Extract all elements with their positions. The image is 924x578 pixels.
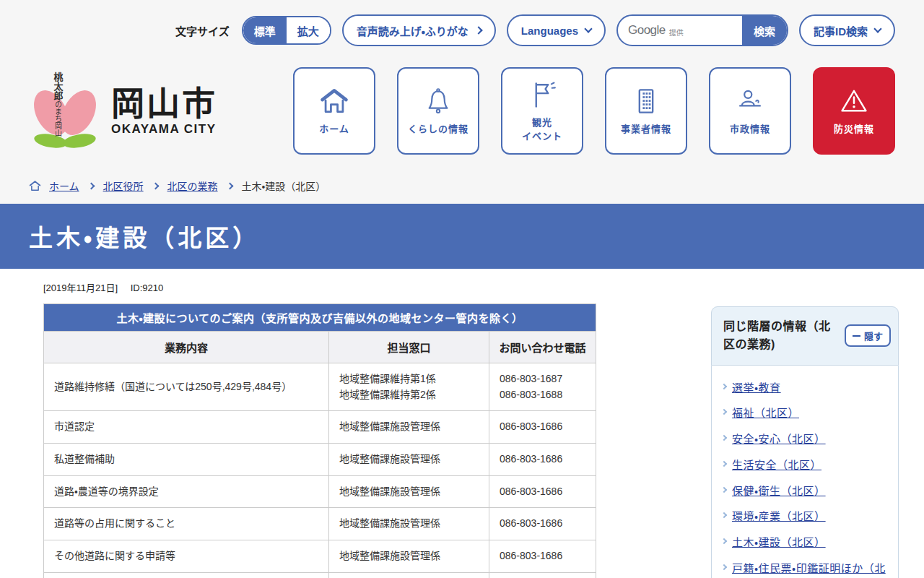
logo-tagline: 桃太郎のまち岡山 xyxy=(51,72,64,144)
chevron-down-icon xyxy=(873,25,881,33)
chevron-right-icon xyxy=(87,182,95,189)
list-item: 選挙・教育 xyxy=(722,380,889,396)
main-column: [2019年11月21日] ID:9210 土木・建設についてのご案内（支所管内… xyxy=(43,269,596,578)
chevron-right-icon xyxy=(721,512,727,518)
breadcrumb-home-link[interactable]: ホーム xyxy=(49,178,79,193)
font-size-toggle: 標準 拡大 xyxy=(242,16,331,45)
font-size-standard-button[interactable]: 標準 xyxy=(243,17,287,43)
site-search: Google 提供 検索 xyxy=(616,14,788,46)
site-logo[interactable]: 桃太郎のまち岡山 岡山市 OKAYAMA CITY xyxy=(29,71,217,152)
content-area: [2019年11月21日] ID:9210 土木・建設についてのご案内（支所管内… xyxy=(0,269,924,578)
voice-reading-label: 音声読み上げ・ふりがな xyxy=(357,23,468,38)
related-link-environment-industry[interactable]: 環境・産業（北区） xyxy=(732,509,826,525)
list-item: 安全・安心（北区） xyxy=(722,431,889,447)
nav-business-info-button[interactable]: 事業者情報 xyxy=(605,67,687,155)
nav-home-button[interactable]: ホーム xyxy=(293,67,375,155)
chevron-right-icon xyxy=(474,26,482,34)
search-button[interactable]: 検索 xyxy=(742,16,787,45)
font-size-large-button[interactable]: 拡大 xyxy=(287,17,330,43)
table-caption: 土木・建設についてのご案内（支所管内及び吉備以外の地域センター管内を除く） xyxy=(44,304,596,332)
list-item: 土木・建設（北区） xyxy=(722,535,889,551)
article-id-search-button[interactable]: 記事ID検索 xyxy=(799,14,895,46)
breadcrumb-current-page: 土木・建設（北区） xyxy=(242,178,326,193)
toolbar: 文字サイズ 標準 拡大 音声読み上げ・ふりがな Languages Google… xyxy=(0,0,924,46)
peach-logo-icon xyxy=(29,71,101,152)
column-header-business: 業務内容 xyxy=(44,332,329,363)
languages-button[interactable]: Languages xyxy=(507,14,606,46)
voice-reading-button[interactable]: 音声読み上げ・ふりがな xyxy=(342,14,496,46)
desk-cell: 地域整備課施設管理係 xyxy=(329,540,489,573)
nav-tourism-events-button[interactable]: 観光 イベント xyxy=(501,67,583,155)
warning-icon xyxy=(837,85,871,117)
reception-icon xyxy=(733,85,767,117)
phone-cell: 086-803-1687 086-803-1688 xyxy=(489,363,596,411)
related-panel-title: 同じ階層の情報（北区の業務) xyxy=(723,318,840,354)
languages-label: Languages xyxy=(521,25,578,37)
table-row: 道路・農道等の境界設定 地域整備課施設管理係 086-803-1686 xyxy=(44,475,596,508)
chevron-right-icon xyxy=(721,435,727,441)
breadcrumb: ホーム 北区役所 北区の業務 土木・建設（北区） xyxy=(0,155,924,204)
column-header-desk: 担当窓口 xyxy=(329,332,489,363)
business-cell: 私道整備補助 xyxy=(44,444,329,476)
home-icon xyxy=(317,85,352,117)
chevron-right-icon xyxy=(226,182,233,189)
breadcrumb-ward-services-link[interactable]: 北区の業務 xyxy=(167,178,218,193)
table-row: 道路維持修繕（国道については250号,429号,484号） 地域整備課維持第1係… xyxy=(44,363,596,411)
related-link-safety-security[interactable]: 安全・安心（北区） xyxy=(732,431,826,447)
nav-city-government-button[interactable]: 市政情報 xyxy=(709,67,791,155)
search-provided-by: 提供 xyxy=(669,24,684,38)
desk-cell: 地域整備課施設管理係 xyxy=(329,411,489,444)
chevron-right-icon xyxy=(721,538,727,544)
related-link-health-hygiene[interactable]: 保健・衛生（北区） xyxy=(732,483,826,499)
article-id-search-label: 記事ID検索 xyxy=(814,23,868,38)
list-item: 福祉（北区） xyxy=(722,405,889,421)
phone-cell: 086-803-1688 xyxy=(489,572,596,578)
related-link-civil-construction[interactable]: 土木・建設（北区） xyxy=(732,535,826,551)
article-date: [2019年11月21日] xyxy=(43,282,118,293)
chevron-right-icon xyxy=(721,383,727,389)
global-nav: ホーム くらしの情報 観光 イベント xyxy=(293,67,895,155)
phone-cell: 086-803-1686 xyxy=(489,475,596,508)
table-row: 道路等の占用に関すること 地域整備課施設管理係 086-803-1686 xyxy=(44,508,596,540)
nav-living-info-button[interactable]: くらしの情報 xyxy=(397,67,479,155)
breadcrumb-ward-office-link[interactable]: 北区役所 xyxy=(103,178,144,193)
related-panel-header: 同じ階層の情報（北区の業務) 隠す xyxy=(711,306,899,366)
chevron-right-icon xyxy=(721,486,727,492)
font-size-label: 文字サイズ xyxy=(175,23,230,38)
list-item: 保健・衛生（北区） xyxy=(722,483,889,499)
related-link-resident-registry[interactable]: 戸籍・住民票・印鑑証明ほか（北区） xyxy=(732,561,889,578)
google-logo: Google xyxy=(628,23,666,38)
list-item: 生活安全（北区） xyxy=(722,457,889,473)
table-row: その他道路に関する申請等 地域整備課施設管理係 086-803-1686 xyxy=(44,540,596,573)
chevron-right-icon xyxy=(721,461,727,467)
table-row: 公園維持管理 地域整備課維持第2係 086-803-1688 xyxy=(44,572,596,578)
chevron-right-icon xyxy=(152,182,159,189)
page-title: 土木・建設（北区） xyxy=(0,219,260,254)
business-cell: その他道路に関する申請等 xyxy=(44,540,329,573)
column-header-phone: お問い合わせ電話 xyxy=(489,332,596,363)
phone-cell: 086-803-1686 xyxy=(489,411,596,444)
desk-cell: 地域整備課維持第1係 地域整備課維持第2係 xyxy=(329,363,489,411)
article-meta: [2019年11月21日] ID:9210 xyxy=(43,269,596,294)
chevron-right-icon xyxy=(721,564,727,570)
hide-button[interactable]: 隠す xyxy=(845,324,891,347)
related-links-list: 選挙・教育 福祉（北区） 安全・安心（北区） 生活安全（北区） 保健・衛生（北区… xyxy=(711,366,899,578)
phone-cell: 086-803-1686 xyxy=(489,444,596,476)
related-link-election-education[interactable]: 選挙・教育 xyxy=(732,380,781,396)
nav-disaster-info-button[interactable]: 防災情報 xyxy=(813,67,895,155)
home-icon xyxy=(29,180,41,191)
related-link-welfare[interactable]: 福祉（北区） xyxy=(732,405,799,421)
article-id: ID:9210 xyxy=(131,282,164,293)
business-cell: 道路等の占用に関すること xyxy=(44,508,329,540)
contact-table: 土木・建設についてのご案内（支所管内及び吉備以外の地域センター管内を除く） 業務… xyxy=(43,303,596,578)
phone-cell: 086-803-1686 xyxy=(489,540,596,573)
related-link-daily-safety[interactable]: 生活安全（北区） xyxy=(732,457,821,473)
site-header: 桃太郎のまち岡山 岡山市 OKAYAMA CITY ホーム くらしの情報 xyxy=(0,46,924,155)
minus-icon xyxy=(853,335,860,337)
desk-cell: 地域整備課維持第2係 xyxy=(329,572,489,578)
search-input[interactable]: Google 提供 xyxy=(618,16,742,45)
related-panel: 同じ階層の情報（北区の業務) 隠す 選挙・教育 福祉（北区） 安全・安心（北区）… xyxy=(711,306,899,578)
list-item: 環境・産業（北区） xyxy=(722,509,889,525)
table-row: 私道整備補助 地域整備課施設管理係 086-803-1686 xyxy=(44,444,596,476)
chevron-down-icon xyxy=(584,25,592,33)
